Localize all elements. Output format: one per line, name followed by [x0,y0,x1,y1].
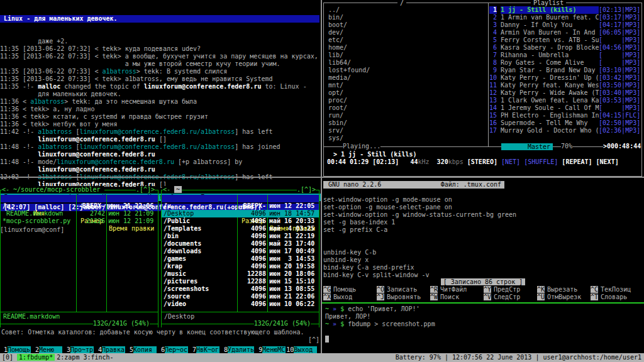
mc-fkey-5[interactable]: 5Копия [126,346,157,353]
file-list-item[interactable]: bind-key C-a send-prefix [323,264,516,272]
mc-right-file-rows[interactable]: /..-ВВЕРХ-июн 12 22:05/Desktop4096июн 18… [162,202,319,308]
file-list-item[interactable]: ../ [328,6,370,14]
mc-file-row[interactable]: /games4096июн 3 14:53 [162,255,319,263]
file-list-item[interactable]: run/ [328,112,370,119]
moc-volume-bar[interactable]: Master [501,143,553,150]
mc-fkey-9[interactable]: 9МенюМС [255,346,286,353]
file-list-item[interactable]: boot/ [328,21,370,29]
playlist-item[interactable]: 8Roy Gates - Come Alive [ |MP3] [489,59,640,67]
nano-shortcut-ctrl-W[interactable]: ^WПоиск [430,293,459,301]
nano-shortcut-ctrl-C[interactable]: ^CТекПозиц [591,286,631,293]
mc-function-key-bar[interactable]: 1Помощь2Меню3Про~тр4Правка5Копия6Пер~ос7… [0,346,322,353]
file-list-item[interactable]: mnt/ [328,82,370,89]
mc-pane[interactable]: Левая панель Файл Команда Настройки Прав… [0,178,322,353]
playlist-item[interactable]: 12Katy Perry - Wide Awake (T[03:40|MP3] [489,89,640,97]
nano-shortcut-ctrl-V[interactable]: ^VСледСтр [484,293,520,301]
mc-file-row[interactable]: /Templates4096май 4 03:25 [162,225,319,233]
mc-fkey-7[interactable]: 7НвК~ог [189,346,219,353]
shell-pane[interactable]: ~ » $ echo 'Привет, ЛОР!'Привет, ЛОР!~ »… [322,304,644,353]
mc-left-panel[interactable]: <- ~/source/mocp-scrobbler .[^]> 'и Имя … [0,186,158,328]
mc-file-row[interactable]: /music12288июн 20 18:06 [162,270,319,278]
mc-fkey-8[interactable]: 8Удалить [220,346,254,353]
nano-shortcut-ctrl-T[interactable]: ^TСловарь [591,293,627,301]
file-list-item[interactable]: lost+found/ [328,67,370,74]
nano-shortcut-ctrl-X[interactable]: ^XВыход [323,293,352,301]
playlist-item[interactable]: 10Katy Perry - Dressin' Up ([03:42|MP3] [489,74,640,82]
pane-divider-horizontal[interactable] [0,177,644,178]
file-list-item[interactable]: root/ [328,104,370,112]
file-list-item[interactable]: sbin/ [328,119,370,127]
mc-file-row[interactable]: /video4096июн 10 06:22 [162,300,319,308]
mc-fkey-1[interactable]: 1Помощь [0,346,31,353]
mc-file-row[interactable]: /documents4096май 23 17:40 [162,240,319,248]
file-list-item[interactable]: set -g base-index 1 [323,219,516,226]
file-list-item[interactable] [323,241,516,249]
irc-pane[interactable]: Linux - для маленьких девочек. даже +2.1… [0,0,319,176]
file-list-item[interactable]: srv/ [328,127,370,134]
file-list-item[interactable]: set-option -g mouse-select-pane on [323,204,516,211]
nano-pane[interactable]: GNU nano 2.2.6 Файл: .tmux.conf set-wind… [322,178,644,302]
nano-shortcut-ctrl-U[interactable]: ^UОтмВырезк [537,293,581,301]
mc-file-row[interactable]: *mocp-scrobbler.py21226июн 12 21:09 [1,217,158,225]
playlist-item[interactable]: 21 Armin van Buuren feat. C[03:17|MP3] [489,14,640,21]
mc-fkey-10[interactable]: 10Выход [286,346,317,353]
file-list-item[interactable]: proc/ [328,97,370,104]
nano-shortcuts-row1[interactable]: ^GПомощь^OЗаписать^RЧитФайл^YПредСтр^KВы… [322,286,644,293]
tmux-window-list[interactable]: [0] 1:fbdump*2:zapm3:finch- [2,353,116,362]
mc-col-date[interactable]: Время правки [109,225,154,233]
mc-file-row[interactable]: /..-ВВЕРХ-июн 12 22:05 [162,202,319,210]
playlist-item[interactable]: 11 jj - Still (kills) [02:13|MP3] [489,6,640,14]
playlist-item[interactable]: 6Kasra Sabery - Drop Blocke[04:56|MP3] [489,44,640,52]
nano-shortcut-ctrl-J[interactable]: ^JВыровнять [377,293,421,301]
mc-fkey-2[interactable]: 2Меню [31,346,62,353]
tmux-window[interactable]: 1:fbdump* [17,354,55,361]
playlist-item[interactable]: 3Danny - If Only You [04:17|MP3] [489,21,640,29]
mc-file-row[interactable]: /krap4096июн 20 19:58 [162,263,319,270]
mc-left-file-rows[interactable]: /..-ВВЕРХ-июн 21 22:06 README.markdown27… [1,202,158,225]
file-list-item[interactable]: opt/ [328,89,370,97]
playlist-item[interactable]: 17Murray Gold - Doctor Who ([02:36|MP3] [489,127,640,134]
file-list-item[interactable]: media/ [328,74,370,82]
file-list-item[interactable]: bin/ [328,14,370,21]
moc-playlist[interactable]: 11 jj - Still (kills) [02:13|MP3] 21 Arm… [489,6,640,134]
file-list-item[interactable]: etc/ [328,36,370,44]
file-list-item[interactable]: set-window-option -g window-status-curre… [323,211,516,219]
file-list-item[interactable]: home/ [328,44,370,52]
mc-file-row[interactable]: /Desktop4096июн 18 14:57 [162,210,319,217]
mc-right-panel-header[interactable]: 'и Имя Размер Время правки [162,195,319,202]
nano-shortcut-ctrl-K[interactable]: ^KВырезать [537,286,577,293]
moc-player-pane[interactable]: / Playlist ../bin/boot/dev/etc/home/lib/… [322,0,644,177]
file-list-item[interactable]: set -g prefix C-a [323,226,516,234]
mc-file-row[interactable]: /screenshots4096июн 13 08:55 [162,285,319,293]
nano-shortcut-ctrl-R[interactable]: ^RЧитФайл [430,286,467,293]
file-list-item[interactable]: lib64/ [328,59,370,67]
tmux-window[interactable]: 3:finch- [81,354,115,361]
file-list-item[interactable] [323,234,516,241]
nano-edit-area[interactable]: set-window-option -g mode-mouse onset-op… [323,196,516,279]
mc-fkey-4[interactable]: 4Правка [94,346,125,353]
file-list-item[interactable]: sys/ [328,134,370,142]
playlist-item[interactable]: 15PH Electro - Englishman In[04:15|FLC] [489,112,640,119]
mc-fkey-6[interactable]: 6Пер~ос [157,346,188,353]
file-list-item[interactable]: lib/ [328,52,370,59]
playlist-item[interactable]: 9Ryan Star - Brand New Day [03:10|MP3] [489,67,640,74]
moc-progress-track[interactable] [328,167,636,173]
mc-file-row[interactable]: /source4096июн 21 22:06 [162,293,319,300]
mc-file-row[interactable]: /pictures12288июн 15 15:10 [162,278,319,285]
nano-shortcut-ctrl-Y[interactable]: ^YПредСтр [484,286,520,293]
file-list-item[interactable]: set-window-option -g mode-mouse on [323,196,516,204]
mc-file-row[interactable]: /downloads4096июн 17 00:49 [162,248,319,255]
playlist-item[interactable]: 4Armin Van Buuren - In And [06:05|MP3] [489,29,640,36]
mc-left-panel-header[interactable]: 'и Имя Размер Время правки [1,195,158,202]
mc-file-row[interactable]: README.markdown2742июн 12 21:09 [1,210,158,217]
mc-file-row[interactable]: /bin4096июн 21 22:19 [162,233,319,240]
mc-right-panel[interactable]: <- ~ .[^]> 'и Имя Размер Время правки /.… [161,186,319,328]
playlist-item[interactable]: 131 Clark Owen feat. Lena Ka[03:53|MP3] [489,97,640,104]
mc-file-row[interactable]: /Public4096май 16 20:33 [162,217,319,225]
file-list-item[interactable]: unbind-key x [323,256,516,264]
file-list-item[interactable]: unbind-key C-b [323,249,516,256]
nano-shortcut-ctrl-G[interactable]: ^GПомощь [323,286,356,293]
file-list-item[interactable]: dev/ [328,29,370,36]
nano-shortcuts-row2[interactable]: ^XВыход^JВыровнять^WПоиск^VСледСтр^UОтмВ… [322,293,644,301]
playlist-item[interactable]: 5Ferry Corsten vs. ATB - Su[ |MP3] [489,36,640,44]
